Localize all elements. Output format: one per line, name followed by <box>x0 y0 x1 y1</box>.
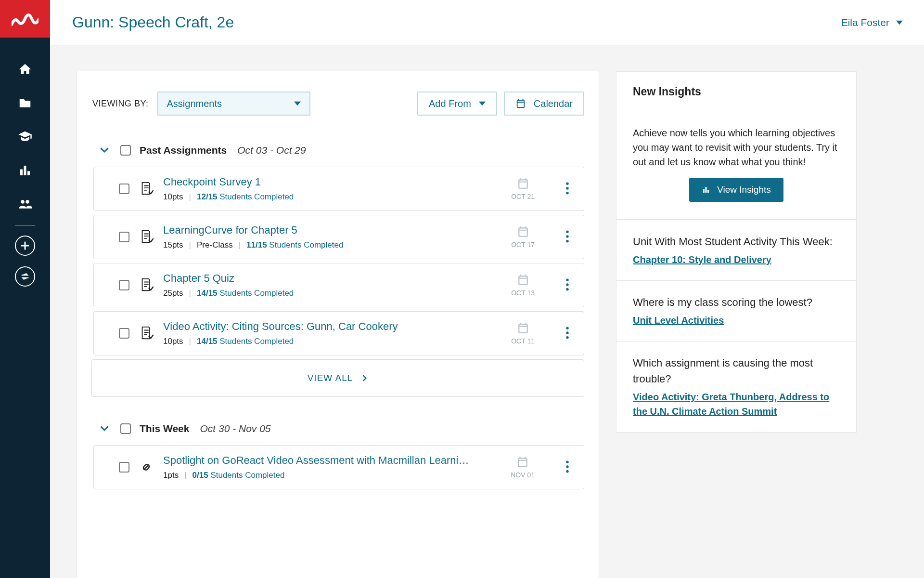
viewing-by-select[interactable]: Assignments <box>157 92 310 116</box>
thisweek-assignments-list: Spotlight on GoReact Video Assessment wi… <box>93 445 584 489</box>
svg-point-5 <box>566 240 568 242</box>
swap-button[interactable] <box>15 266 35 287</box>
calendar-button[interactable]: Calendar <box>504 92 584 116</box>
assignment-checkbox[interactable] <box>119 232 129 242</box>
insight-body: Unit With Most Student Activity This Wee… <box>616 220 856 280</box>
assignment-name[interactable]: Chapter 5 Quiz <box>163 272 501 285</box>
select-all-past-checkbox[interactable] <box>120 145 131 156</box>
row-menu-icon[interactable] <box>563 228 572 246</box>
completion-link[interactable]: 11/15 Students Completed <box>246 240 343 250</box>
preclass-label: Pre-Class <box>197 240 233 250</box>
svg-point-12 <box>566 460 568 463</box>
assignment-row[interactable]: LearningCurve for Chapter 515pts|Pre-Cla… <box>93 215 584 259</box>
insight-body: Which assignment is causing the most tro… <box>616 342 856 432</box>
bar-chart-icon[interactable] <box>17 163 33 178</box>
insight-link[interactable]: Unit Level Activities <box>633 315 724 326</box>
document-check-icon <box>139 230 154 244</box>
brand-logo[interactable] <box>0 0 50 38</box>
assignment-subline: 15pts|Pre-Class|11/15 Students Completed <box>163 240 501 250</box>
assignment-meta: LearningCurve for Chapter 515pts|Pre-Cla… <box>163 224 501 250</box>
document-check-icon <box>139 326 154 341</box>
folder-icon[interactable] <box>17 95 33 111</box>
assignment-checkbox[interactable] <box>119 328 129 339</box>
row-menu-icon[interactable] <box>563 325 572 342</box>
row-menu-icon[interactable] <box>563 459 572 476</box>
insight-link[interactable]: Chapter 10: Style and Delivery <box>633 254 771 265</box>
insight-heading: Where is my class scoring the lowest? <box>633 294 840 310</box>
assignment-meta: Chapter 5 Quiz25pts|14/15 Students Compl… <box>163 272 501 298</box>
separator: | <box>189 192 191 202</box>
completion-link[interactable]: 12/15 Students Completed <box>197 192 294 202</box>
separator: | <box>239 240 241 250</box>
row-menu-icon[interactable] <box>563 276 572 294</box>
view-all-button[interactable]: VIEW ALL <box>91 359 584 397</box>
due-date-text: NOV 01 <box>511 471 535 479</box>
collapse-past-icon[interactable] <box>100 144 112 156</box>
insights-desc: Achieve now tells you which learning obj… <box>633 126 840 169</box>
svg-point-9 <box>566 327 568 329</box>
section-head-thisweek: This Week Oct 30 - Nov 05 <box>100 423 584 434</box>
document-check-icon <box>139 278 154 292</box>
completion-link[interactable]: 14/15 Students Completed <box>197 337 294 346</box>
assignment-name[interactable]: Checkpoint Survey 1 <box>163 176 501 188</box>
assignment-points: 25pts <box>163 289 183 298</box>
page-header: Gunn: Speech Craft, 2e Eila Foster <box>50 0 924 45</box>
home-icon[interactable] <box>17 62 33 77</box>
nav-rail <box>0 0 50 578</box>
assignment-subline: 10pts|14/15 Students Completed <box>163 337 501 346</box>
assignment-checkbox[interactable] <box>119 462 129 473</box>
assignment-name[interactable]: Spotlight on GoReact Video Assessment wi… <box>163 454 501 467</box>
assignment-row[interactable]: Chapter 5 Quiz25pts|14/15 Students Compl… <box>93 263 584 307</box>
due-date-text: OCT 21 <box>511 193 535 200</box>
section-range-past: Oct 03 - Oct 29 <box>237 144 306 156</box>
assignment-points: 1pts <box>163 471 179 480</box>
select-all-thisweek-checkbox[interactable] <box>120 423 131 434</box>
graduation-icon[interactable] <box>17 129 33 144</box>
section-head-past: Past Assignments Oct 03 - Oct 29 <box>100 144 584 156</box>
user-menu[interactable]: Eila Foster <box>841 17 903 28</box>
due-date-text: OCT 11 <box>511 337 535 345</box>
group-icon[interactable] <box>17 197 33 212</box>
viewing-by-label: VIEWING BY: <box>92 99 149 109</box>
insight-block: Where is my class scoring the lowest?Uni… <box>616 281 857 342</box>
section-title-thisweek: This Week <box>140 423 189 434</box>
assignment-name[interactable]: Video Activity: Citing Sources: Gunn, Ca… <box>163 320 501 333</box>
past-assignments-list: Checkpoint Survey 110pts|12/15 Students … <box>93 167 584 355</box>
svg-point-3 <box>566 230 568 233</box>
separator: | <box>189 289 191 298</box>
assignments-panel: VIEWING BY: Assignments Add From Calenda… <box>77 71 599 578</box>
course-title: Gunn: Speech Craft, 2e <box>72 13 234 31</box>
completion-link[interactable]: 0/15 Students Completed <box>192 471 285 480</box>
view-insights-button[interactable]: View Insights <box>689 178 783 202</box>
toolbar: VIEWING BY: Assignments Add From Calenda… <box>91 92 584 116</box>
insight-block: Unit With Most Student Activity This Wee… <box>616 220 857 281</box>
rail-divider <box>15 225 35 226</box>
collapse-thisweek-icon[interactable] <box>100 423 112 434</box>
svg-point-4 <box>566 235 568 237</box>
assignment-row[interactable]: Video Activity: Citing Sources: Gunn, Ca… <box>93 311 584 355</box>
assignment-meta: Checkpoint Survey 110pts|12/15 Students … <box>163 176 501 202</box>
svg-point-1 <box>566 187 568 189</box>
insight-heading: Unit With Most Student Activity This Wee… <box>633 234 840 250</box>
add-button[interactable] <box>15 236 35 256</box>
assignment-name[interactable]: LearningCurve for Chapter 5 <box>163 224 501 236</box>
assignment-row[interactable]: Spotlight on GoReact Video Assessment wi… <box>93 445 584 489</box>
assignment-points: 10pts <box>163 337 183 346</box>
completion-link[interactable]: 14/15 Students Completed <box>197 289 294 298</box>
svg-point-6 <box>566 278 568 281</box>
assignment-row[interactable]: Checkpoint Survey 110pts|12/15 Students … <box>93 167 584 211</box>
completion-fraction: 11/15 <box>246 240 267 250</box>
separator: | <box>189 337 191 346</box>
row-menu-icon[interactable] <box>563 180 572 198</box>
due-date-text: OCT 13 <box>511 289 535 297</box>
due-date-text: OCT 17 <box>511 241 535 249</box>
user-name: Eila Foster <box>841 17 889 28</box>
add-from-button[interactable]: Add From <box>417 92 497 116</box>
insight-link[interactable]: Video Activity: Greta Thunberg, Address … <box>633 392 829 417</box>
assignment-points: 10pts <box>163 192 183 202</box>
assignment-meta: Spotlight on GoReact Video Assessment wi… <box>163 454 501 480</box>
assignment-checkbox[interactable] <box>119 280 129 290</box>
svg-point-10 <box>566 331 568 334</box>
completion-fraction: 12/15 <box>197 192 218 201</box>
assignment-checkbox[interactable] <box>119 184 129 194</box>
